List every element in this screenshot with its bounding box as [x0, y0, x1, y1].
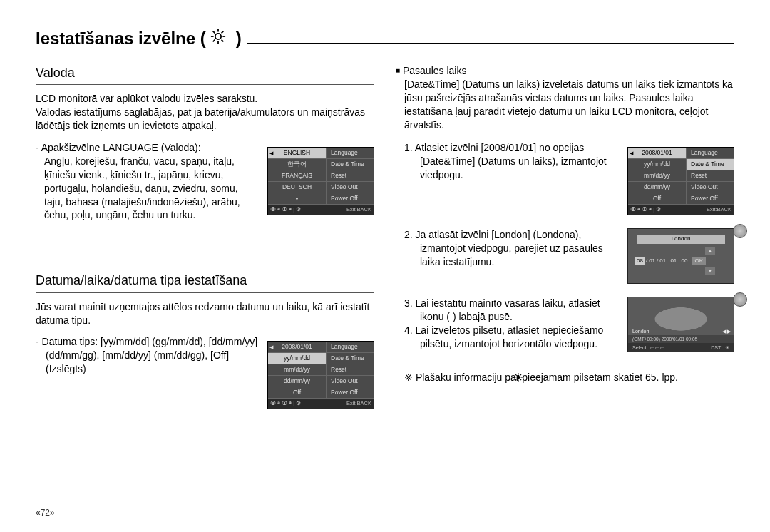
- svg-line-5: [213, 31, 215, 34]
- ok-button: OK: [692, 257, 706, 265]
- osd-wt-menu4: Video Out: [687, 182, 734, 193]
- dial-icon: [733, 224, 747, 238]
- dt-min: 00: [682, 257, 688, 265]
- svg-line-8: [222, 31, 224, 34]
- osd-wt-opt3: mm/dd/yy: [628, 170, 687, 182]
- dt-hh: 01: [670, 257, 677, 265]
- title-close: ): [236, 29, 242, 48]
- osd-lang-opt1: ENGLISH: [284, 149, 310, 157]
- heading-valoda: Valoda: [36, 64, 374, 85]
- map-arrows: ◀▶: [722, 328, 731, 334]
- date-input-row: 08/ 01/ 01 01: 00 OK: [635, 257, 706, 265]
- left-column: Valoda LCD monitorā var aplūkot valodu i…: [36, 64, 374, 415]
- osd-wt-opt5: Off: [628, 193, 687, 205]
- svg-line-16: [515, 379, 517, 380]
- osd-date: ◀2008/01/01Language yy/mm/ddDate & Time …: [267, 341, 374, 409]
- osd-wt-opt2: yy/mm/dd: [628, 159, 687, 170]
- page-title: Iestatīšanas izvēlne ( ): [36, 29, 734, 53]
- step-1: 1. Atlasiet izvēlni [2008/01/01] no opci…: [404, 141, 619, 182]
- gmt-label: (GMT+09:00) 2008/01/01 09:05: [632, 337, 697, 343]
- osd-wt-menu1: Language: [687, 148, 734, 159]
- svg-point-0: [215, 34, 221, 39]
- london-label: London: [637, 235, 725, 244]
- osd-date-menu2: Date & Time: [327, 353, 374, 364]
- select-label: Select :: [632, 345, 649, 350]
- footnote: ※ Plašāku informāciju par pieejamām pils…: [404, 371, 734, 384]
- osd-wt-menu3: Reset: [687, 170, 734, 182]
- valoda-p1: LCD monitorā var aplūkot valodu izvēles …: [36, 92, 374, 106]
- step-4: 4. Lai izvēlētos pilsētu, atlasiet nepie…: [404, 324, 619, 351]
- osd-icons2: ⦿ ◉ ⦿ ◉ | ⚙: [270, 400, 301, 407]
- gear-icon: [210, 29, 226, 48]
- osd-lang-opt4: DEUTSCH: [268, 182, 327, 193]
- osd-language: ◀ENGLISHLanguage 한국어Date & Time FRANÇAIS…: [267, 147, 374, 215]
- osd-worldtime: ◀2008/01/01Language yy/mm/ddDate & Time …: [627, 147, 734, 215]
- up-arrow-icon: ▲: [705, 247, 715, 255]
- date-type-list: - Datuma tips: [yy/mm/dd] (gg/mm/dd), [d…: [36, 335, 259, 376]
- osd-date-opt4: dd/mm/yy: [268, 376, 327, 387]
- right-column: ■ Pasaules laiks [Date&Time] (Datums un …: [396, 64, 734, 415]
- step-2: 2. Ja atlasāt izvēlni [London] (Londona)…: [404, 228, 619, 269]
- down-arrow-icon: ▼: [705, 267, 715, 275]
- osd-menu-reset: Reset: [327, 170, 374, 182]
- osd-wt-menu2: Date & Time: [687, 159, 734, 170]
- osd-exit2: Exit:BACK: [346, 400, 371, 407]
- osd-exit: Exit:BACK: [346, 206, 371, 213]
- osd-date-menu1: Language: [327, 342, 374, 353]
- map-london-label: London: [632, 328, 649, 334]
- osd-lang-opt2: 한국어: [268, 159, 327, 170]
- world-time-intro: [Date&Time] (Datums un laiks) izvēlētais…: [404, 78, 734, 132]
- osd-date-opt2: yy/mm/dd: [268, 353, 327, 364]
- svg-point-9: [517, 376, 520, 379]
- osd-icons: ⦿ ◉ ⦿ ◉ | ⚙: [270, 206, 301, 213]
- world-time-heading: ■ Pasaules laiks: [396, 64, 734, 78]
- osd-menu-video: Video Out: [327, 182, 374, 193]
- osd-lang-opt3: FRANÇAIS: [268, 170, 327, 182]
- osd-date-opt1: 2008/01/01: [282, 343, 312, 351]
- osd-icons3: ⦿ ◉ ⦿ ◉ | ⚙: [630, 206, 661, 213]
- osd-exit3: Exit:BACK: [707, 206, 732, 213]
- osd-menu-power: Power Off: [327, 193, 374, 205]
- osd-date-menu3: Reset: [327, 364, 374, 376]
- page-number: «72»: [36, 508, 55, 518]
- title-rule: [247, 43, 734, 44]
- valoda-p2: Valodas iestatījums saglabājas, pat ja b…: [36, 106, 374, 133]
- osd-date-menu4: Video Out: [327, 376, 374, 387]
- dst-label: DST :: [711, 345, 724, 350]
- svg-line-14: [515, 374, 517, 376]
- osd-date-opt3: mm/dd/yy: [268, 364, 327, 376]
- sun-icon: [513, 372, 523, 382]
- dt-dd: 01: [659, 257, 666, 265]
- osd-menu-datetime: Date & Time: [327, 159, 374, 170]
- osd-date-opt5: Off: [268, 387, 327, 399]
- svg-line-7: [213, 40, 215, 42]
- svg-line-15: [520, 379, 521, 380]
- step-3: 3. Lai iestatītu mainīto vasaras laiku, …: [404, 297, 619, 324]
- title-text: Iestatīšanas izvēlne (: [36, 29, 206, 48]
- submenu-label: - Apakšizvēlne LANGUAGE (Valoda):: [36, 141, 259, 155]
- svg-line-17: [520, 374, 521, 376]
- date-p1: Jūs varat mainīt uzņemtajos attēlos redz…: [36, 300, 374, 327]
- panel-london-input: London ▲ 08/ 01/ 01 01: 00 OK ▼: [627, 228, 734, 284]
- osd-date-menu5: Power Off: [327, 387, 374, 399]
- osd-menu-language: Language: [327, 148, 374, 159]
- panel-world-map: London ◀▶ (GMT+09:00) 2008/01/01 09:05 S…: [627, 297, 734, 352]
- osd-wt-opt4: dd/mm/yy: [628, 182, 687, 193]
- osd-wt-menu5: Power Off: [687, 193, 734, 205]
- heading-date: Datuma/laika/datuma tipa iestatīšana: [36, 272, 374, 292]
- osd-wt-opt1: 2008/01/01: [642, 149, 672, 157]
- svg-line-6: [222, 40, 224, 42]
- languages-list: Angļu, korejiešu, franču, vācu, spāņu, i…: [44, 155, 259, 222]
- dt-mm: 01: [649, 257, 655, 265]
- dt-yy: 08: [635, 257, 645, 265]
- dial-icon-2: [733, 292, 747, 307]
